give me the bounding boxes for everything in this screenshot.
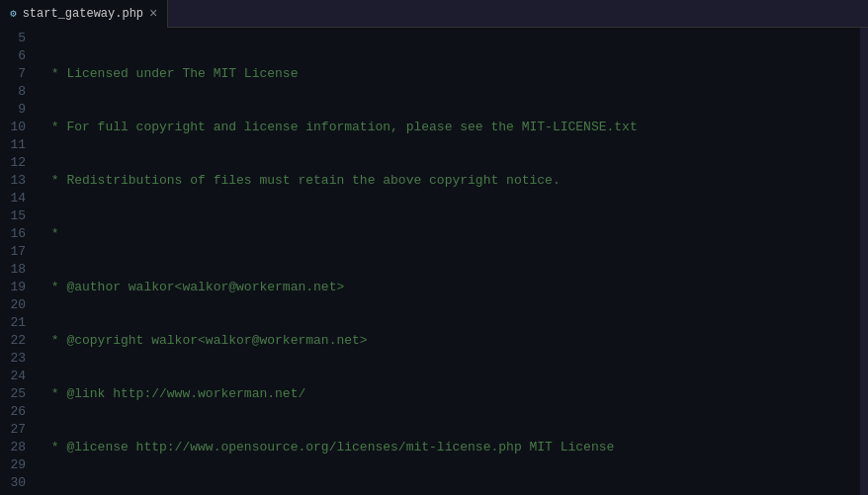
php-icon: ⚙ [10,7,17,20]
code-line-12: * @license http://www.opensource.org/lic… [43,439,860,456]
tab-bar: ⚙ start_gateway.php × [0,0,868,28]
code-line-6: * For full copyright and license informa… [43,119,860,136]
tab-filename: start_gateway.php [23,7,143,21]
code-line-10: * @copyright walkor<walkor@workerman.net… [43,332,860,350]
code-line-9: * @author walkor<walkor@workerman.net> [43,279,860,296]
code-line-5: * Licensed under The MIT License [43,65,860,83]
line-numbers: 5 6 7 8 9 10 11 12 13 14 15 16 17 18 19 … [0,28,36,495]
code-line-8: * [43,225,860,243]
code-line-11: * @link http://www.workerman.net/ [43,385,860,403]
scrollbar[interactable] [860,28,868,495]
file-tab[interactable]: ⚙ start_gateway.php × [0,0,168,28]
code-area: 5 6 7 8 9 10 11 12 13 14 15 16 17 18 19 … [0,28,868,495]
code-content[interactable]: * Licensed under The MIT License * For f… [36,28,860,495]
editor: ⚙ start_gateway.php × 5 6 7 8 9 10 11 12… [0,0,868,495]
code-line-7: * Redistributions of files must retain t… [43,172,860,190]
close-tab-button[interactable]: × [149,7,157,21]
